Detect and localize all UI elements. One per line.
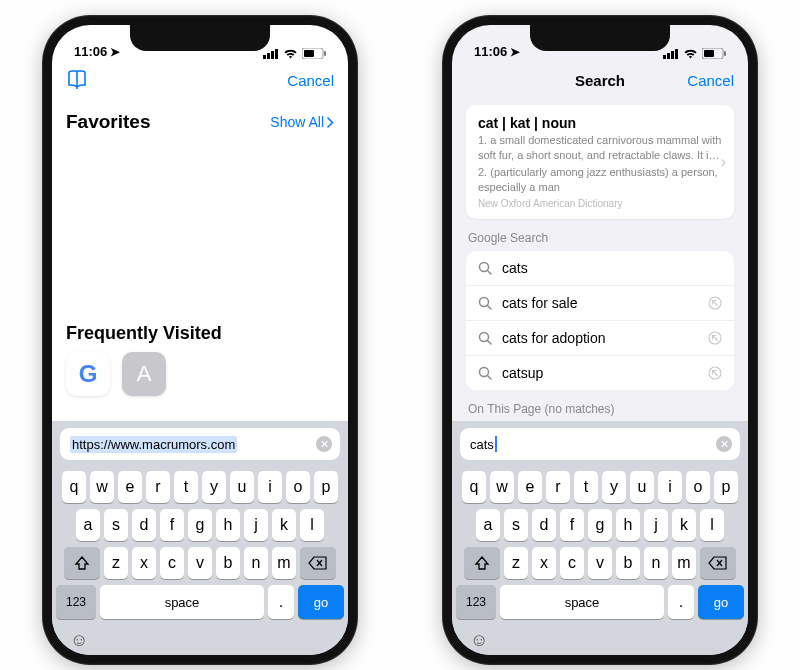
- dictionary-card[interactable]: cat | kat | noun 1. a small domesticated…: [466, 105, 734, 219]
- svg-line-17: [488, 306, 492, 310]
- key-j[interactable]: j: [644, 509, 668, 541]
- key-z[interactable]: z: [104, 547, 128, 579]
- shift-key[interactable]: [464, 547, 500, 579]
- svg-rect-12: [724, 51, 726, 56]
- key-r[interactable]: r: [146, 471, 170, 503]
- url-input[interactable]: https://www.macrumors.com ✕: [60, 428, 340, 460]
- autofill-arrow-icon[interactable]: [708, 296, 722, 310]
- space-key[interactable]: space: [500, 585, 664, 619]
- numbers-key[interactable]: 123: [456, 585, 496, 619]
- key-k[interactable]: k: [272, 509, 296, 541]
- key-o[interactable]: o: [686, 471, 710, 503]
- key-x[interactable]: x: [132, 547, 156, 579]
- key-e[interactable]: e: [518, 471, 542, 503]
- emoji-key-icon[interactable]: ☺: [70, 630, 88, 651]
- key-g[interactable]: g: [188, 509, 212, 541]
- key-g[interactable]: g: [588, 509, 612, 541]
- favorite-tile-letter: A: [137, 361, 152, 387]
- key-p[interactable]: p: [714, 471, 738, 503]
- autofill-arrow-icon[interactable]: [708, 366, 722, 380]
- key-w[interactable]: w: [490, 471, 514, 503]
- key-v[interactable]: v: [588, 547, 612, 579]
- favorite-tile-google[interactable]: G: [66, 352, 110, 396]
- cancel-button[interactable]: Cancel: [687, 72, 734, 89]
- key-b[interactable]: b: [216, 547, 240, 579]
- key-t[interactable]: t: [174, 471, 198, 503]
- cancel-button[interactable]: Cancel: [287, 72, 334, 89]
- key-u[interactable]: u: [630, 471, 654, 503]
- key-a[interactable]: a: [76, 509, 100, 541]
- suggestion-item[interactable]: cats for adoption: [466, 321, 734, 356]
- favorite-tile-generic[interactable]: A: [122, 352, 166, 396]
- show-all-button[interactable]: Show All: [270, 114, 334, 130]
- key-q[interactable]: q: [462, 471, 486, 503]
- key-t[interactable]: t: [574, 471, 598, 503]
- clear-text-icon[interactable]: ✕: [716, 436, 732, 452]
- key-c[interactable]: c: [160, 547, 184, 579]
- suggestion-item[interactable]: cats for sale: [466, 286, 734, 321]
- key-o[interactable]: o: [286, 471, 310, 503]
- key-y[interactable]: y: [202, 471, 226, 503]
- key-i[interactable]: i: [258, 471, 282, 503]
- key-k[interactable]: k: [672, 509, 696, 541]
- svg-line-23: [488, 376, 492, 380]
- key-s[interactable]: s: [504, 509, 528, 541]
- dictionary-headword: cat | kat | noun: [478, 115, 722, 131]
- shift-key[interactable]: [64, 547, 100, 579]
- signal-icon: [263, 49, 279, 59]
- key-n[interactable]: n: [244, 547, 268, 579]
- autofill-arrow-icon[interactable]: [708, 331, 722, 345]
- key-b[interactable]: b: [616, 547, 640, 579]
- key-d[interactable]: d: [532, 509, 556, 541]
- emoji-key-icon[interactable]: ☺: [470, 630, 488, 651]
- search-bar-area: cats ✕: [452, 421, 748, 467]
- space-key[interactable]: space: [100, 585, 264, 619]
- key-p[interactable]: p: [314, 471, 338, 503]
- go-key[interactable]: go: [298, 585, 344, 619]
- key-c[interactable]: c: [560, 547, 584, 579]
- suggestion-item[interactable]: catsup: [466, 356, 734, 390]
- key-h[interactable]: h: [616, 509, 640, 541]
- key-y[interactable]: y: [602, 471, 626, 503]
- content-area: cat | kat | noun 1. a small domesticated…: [452, 99, 748, 421]
- key-e[interactable]: e: [118, 471, 142, 503]
- key-j[interactable]: j: [244, 509, 268, 541]
- key-s[interactable]: s: [104, 509, 128, 541]
- key-i[interactable]: i: [658, 471, 682, 503]
- phone-right: 11:06➤ Search Cancel cat | kat | noun: [442, 15, 758, 665]
- key-l[interactable]: l: [700, 509, 724, 541]
- key-m[interactable]: m: [672, 547, 696, 579]
- numbers-key[interactable]: 123: [56, 585, 96, 619]
- key-a[interactable]: a: [476, 509, 500, 541]
- battery-icon: [702, 48, 726, 59]
- wifi-icon: [283, 48, 298, 59]
- on-this-page-heading: On This Page (no matches): [468, 402, 732, 416]
- suggestion-list: cats cats for sale cats for adoption cat…: [466, 251, 734, 390]
- bookmarks-icon[interactable]: [66, 70, 88, 90]
- key-q[interactable]: q: [62, 471, 86, 503]
- key-r[interactable]: r: [546, 471, 570, 503]
- key-h[interactable]: h: [216, 509, 240, 541]
- key-l[interactable]: l: [300, 509, 324, 541]
- key-w[interactable]: w: [90, 471, 114, 503]
- key-m[interactable]: m: [272, 547, 296, 579]
- key-z[interactable]: z: [504, 547, 528, 579]
- backspace-key[interactable]: [300, 547, 336, 579]
- period-key[interactable]: .: [668, 585, 694, 619]
- period-key[interactable]: .: [268, 585, 294, 619]
- keyboard-row-1: q w e r t y u i o p: [456, 471, 744, 503]
- search-input[interactable]: cats ✕: [460, 428, 740, 460]
- svg-rect-10: [675, 49, 678, 59]
- key-u[interactable]: u: [230, 471, 254, 503]
- key-f[interactable]: f: [160, 509, 184, 541]
- search-text: cats: [470, 437, 494, 452]
- go-key[interactable]: go: [698, 585, 744, 619]
- key-f[interactable]: f: [560, 509, 584, 541]
- backspace-key[interactable]: [700, 547, 736, 579]
- key-n[interactable]: n: [644, 547, 668, 579]
- key-d[interactable]: d: [132, 509, 156, 541]
- clear-text-icon[interactable]: ✕: [316, 436, 332, 452]
- key-x[interactable]: x: [532, 547, 556, 579]
- suggestion-item[interactable]: cats: [466, 251, 734, 286]
- key-v[interactable]: v: [188, 547, 212, 579]
